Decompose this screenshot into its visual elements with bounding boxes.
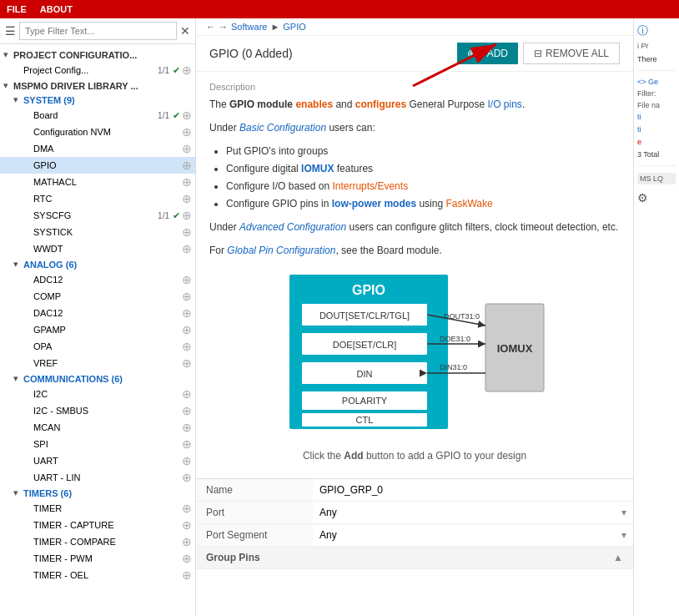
sidebar-item-gpio[interactable]: GPIO⊕	[0, 157, 195, 174]
add-item-icon[interactable]: ⊕	[182, 125, 192, 139]
sidebar-item-board[interactable]: Board1/1✔⊕	[0, 107, 195, 124]
sidebar-item-opa[interactable]: OPA⊕	[0, 338, 195, 355]
sidebar-item-communications[interactable]: ▾COMMUNICATIONS (6)	[0, 371, 195, 386]
sidebar-item-timer-oel[interactable]: TIMER - OEL⊕	[0, 567, 195, 583]
sidebar-menu-icon[interactable]: ☰	[5, 24, 16, 38]
sidebar-toolbar: ☰ ✕	[0, 18, 195, 44]
sidebar-item-label: SYSTEM (9)	[23, 95, 192, 105]
main-layout: ☰ ✕ ▾PROJECT CONFIGURATIO... Project Con…	[0, 18, 679, 616]
sidebar-item-wwdt[interactable]: WWDT⊕	[0, 240, 195, 257]
add-item-icon[interactable]: ⊕	[182, 404, 192, 417]
breadcrumb-software[interactable]: Software	[231, 22, 267, 32]
right-info-icon[interactable]: ⓘ	[637, 23, 676, 38]
gpio-diagram: GPIO DOUT[SET/CLR/TGL] DOE[SET/CLR] DIN …	[273, 266, 556, 442]
right-file-3[interactable]: e	[637, 138, 676, 146]
svg-text:DIN31:0: DIN31:0	[440, 363, 467, 371]
add-item-icon[interactable]: ⊕	[182, 290, 192, 303]
filter-input[interactable]	[19, 22, 177, 40]
add-item-icon[interactable]: ⊕	[182, 273, 192, 286]
add-item-icon[interactable]: ⊕	[182, 242, 192, 255]
sidebar-item-project-config-child[interactable]: Project Config...1/1✔⊕	[0, 62, 195, 78]
add-item-icon[interactable]: ⊕	[182, 340, 192, 353]
sidebar-item-timer-capture[interactable]: TIMER - CAPTURE⊕	[0, 517, 195, 533]
sidebar-item-i2c[interactable]: I2C⊕	[0, 386, 195, 402]
right-gear-icon[interactable]: ⚙	[637, 191, 676, 204]
config-port-label: Port	[196, 502, 313, 523]
add-item-icon[interactable]: ⊕	[182, 225, 192, 239]
bullet-list: Put GPIO's into groups Configure digital…	[226, 144, 620, 211]
sidebar-item-mathacl[interactable]: MATHACL⊕	[0, 174, 195, 190]
add-item-icon[interactable]: ⊕	[182, 306, 192, 320]
sidebar-item-uart[interactable]: UART⊕	[0, 452, 195, 469]
sidebar-item-label: GPAMP	[33, 325, 180, 335]
add-item-icon[interactable]: ⊕	[182, 454, 192, 467]
sidebar-item-i2c-smbus[interactable]: I2C - SMBUS⊕	[0, 402, 195, 419]
sidebar-item-rtc[interactable]: RTC⊕	[0, 190, 195, 207]
add-item-icon[interactable]: ⊕	[182, 159, 192, 172]
add-item-icon[interactable]: ⊕	[182, 421, 192, 434]
add-item-icon[interactable]: ⊕	[182, 192, 192, 205]
sidebar-item-label: COMMUNICATIONS (6)	[23, 374, 192, 384]
right-file-2[interactable]: ti	[637, 125, 676, 134]
group-pins-expand-icon[interactable]: ▲	[603, 547, 633, 568]
add-item-icon[interactable]: ⊕	[182, 535, 192, 548]
config-table: Name GPIO_GRP_0 Port Any ▾ Port Segment	[196, 478, 633, 569]
sidebar-item-systick[interactable]: SYSTICK⊕	[0, 224, 195, 240]
add-item-icon[interactable]: ⊕	[182, 175, 192, 189]
add-item-icon[interactable]: ⊕	[182, 568, 192, 582]
sidebar-item-timer-compare[interactable]: TIMER - COMPARE⊕	[0, 533, 195, 550]
sidebar-item-config-nvm[interactable]: Configuration NVM⊕	[0, 124, 195, 140]
add-item-icon[interactable]: ⊕	[182, 323, 192, 336]
sidebar-item-comp[interactable]: COMP⊕	[0, 288, 195, 305]
add-item-icon[interactable]: ⊕	[182, 387, 192, 401]
add-item-icon[interactable]: ⊕	[182, 552, 192, 565]
add-item-icon[interactable]: ⊕	[182, 142, 192, 155]
sidebar-item-label: SYSCFG	[33, 210, 154, 220]
sidebar-item-analog[interactable]: ▾ANALOG (6)	[0, 257, 195, 271]
gpio-header: GPIO (0 Added) ⊕ + ADD ⊟ REMOVE ALL	[196, 36, 633, 72]
add-item-icon[interactable]: ⊕	[182, 471, 192, 484]
description-p3: Under Advanced Configuration users can c…	[209, 220, 620, 235]
right-file-1[interactable]: ti	[637, 113, 676, 121]
sidebar-item-project-config[interactable]: ▾PROJECT CONFIGURATIO...	[0, 48, 195, 62]
config-port-segment-label: Port Segment	[196, 524, 313, 546]
breadcrumb-gpio[interactable]: GPIO	[283, 22, 306, 32]
config-port-segment-value[interactable]: Any ▾	[313, 524, 633, 546]
sidebar-item-gpamp[interactable]: GPAMP⊕	[0, 321, 195, 338]
nav-back[interactable]: ←	[206, 22, 215, 32]
sidebar-item-spi[interactable]: SPI⊕	[0, 436, 195, 452]
sidebar-item-dac12[interactable]: DAC12⊕	[0, 305, 195, 321]
sidebar-item-label: WWDT	[33, 244, 180, 254]
about-menu[interactable]: ABOUT	[40, 4, 73, 14]
config-port-value[interactable]: Any ▾	[313, 502, 633, 523]
add-item-icon[interactable]: ⊕	[182, 209, 192, 222]
sidebar-item-timers[interactable]: ▾TIMERS (6)	[0, 486, 195, 500]
filter-clear-icon[interactable]: ✕	[180, 24, 190, 38]
sidebar-item-mspmo-driver[interactable]: ▾MSPMO DRIVER LIBRARY ...	[0, 78, 195, 93]
description-label: Description	[209, 82, 620, 92]
add-item-icon[interactable]: ⊕	[182, 518, 192, 532]
sidebar-item-system[interactable]: ▾SYSTEM (9)	[0, 93, 195, 107]
add-item-icon[interactable]: ⊕	[182, 502, 192, 515]
sidebar-item-timer[interactable]: TIMER⊕	[0, 500, 195, 517]
right-ge-label[interactable]: <> Ge	[637, 78, 676, 86]
sidebar-item-badge: 1/1	[158, 111, 169, 120]
sidebar-item-timer-pwm[interactable]: TIMER - PWM⊕	[0, 550, 195, 567]
add-item-icon[interactable]: ⊕	[182, 356, 192, 370]
add-info: Click the Add button to add a GPIO to yo…	[209, 450, 620, 462]
add-item-icon[interactable]: ⊕	[182, 63, 192, 77]
add-item-icon[interactable]: ⊕	[182, 109, 192, 122]
file-menu[interactable]: FILE	[7, 4, 27, 14]
add-button[interactable]: ⊕ + ADD	[457, 43, 518, 64]
sidebar-item-label: I2C	[33, 389, 180, 399]
remove-all-button[interactable]: ⊟ REMOVE ALL	[523, 43, 620, 64]
sidebar-item-adc12[interactable]: ADC12⊕	[0, 271, 195, 288]
sidebar-item-label: TIMER - COMPARE	[33, 537, 180, 547]
sidebar-item-vref[interactable]: VREF⊕	[0, 355, 195, 371]
add-item-icon[interactable]: ⊕	[182, 437, 192, 451]
sidebar-item-uart-lin[interactable]: UART - LIN⊕	[0, 469, 195, 486]
sidebar-item-mcan[interactable]: MCAN⊕	[0, 419, 195, 436]
sidebar-item-syscfg[interactable]: SYSCFG1/1✔⊕	[0, 207, 195, 224]
sidebar-item-dma[interactable]: DMA⊕	[0, 140, 195, 157]
nav-forward[interactable]: →	[219, 22, 228, 32]
